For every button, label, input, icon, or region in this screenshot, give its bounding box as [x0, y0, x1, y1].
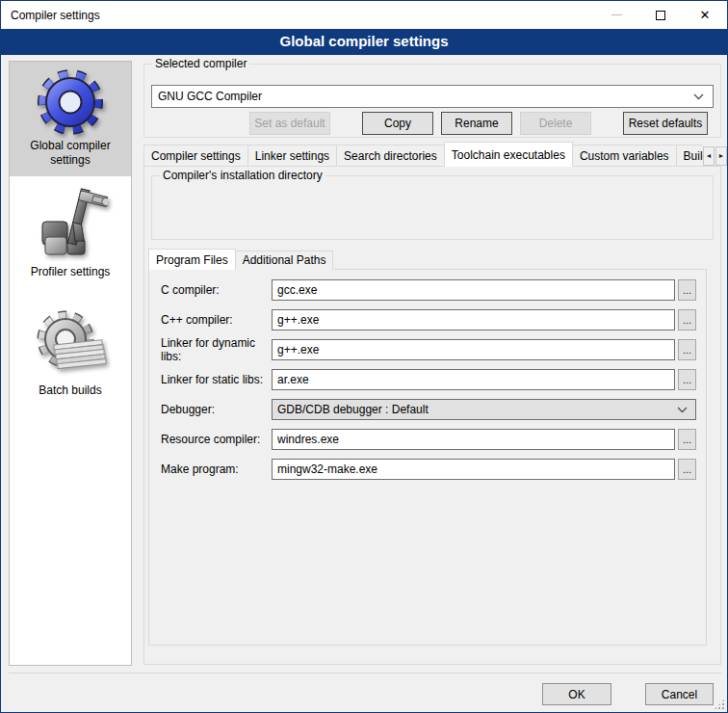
cpp-compiler-row: C++ compiler: ... — [161, 309, 696, 330]
resource-compiler-browse-button[interactable]: ... — [678, 429, 696, 450]
tab-additional-paths[interactable]: Additional Paths — [235, 251, 334, 270]
sidebar-item-profiler-settings[interactable]: Profiler settings — [10, 182, 131, 284]
group-label: Selected compiler — [152, 57, 249, 70]
tab-toolchain-executables[interactable]: Toolchain executables — [444, 142, 573, 167]
field-label: Make program: — [161, 462, 272, 476]
compiler-settings-dialog: Compiler settings ✕ Global compiler sett… — [0, 0, 728, 713]
debugger-select-value: GDB/CDB debugger : Default — [277, 403, 429, 416]
sidebar-item-batch-builds[interactable]: Batch builds — [10, 304, 131, 407]
resource-compiler-input[interactable] — [272, 429, 675, 450]
static-linker-browse-button[interactable]: ... — [678, 369, 696, 390]
cpp-compiler-input[interactable] — [272, 309, 675, 330]
debugger-row: Debugger: GDB/CDB debugger : Default — [161, 399, 696, 420]
cpp-compiler-browse-button[interactable]: ... — [678, 309, 696, 330]
sidebar-item-label: Global compiler settings — [10, 139, 131, 168]
compiler-select[interactable]: GNU GCC Compiler — [151, 85, 714, 108]
close-button[interactable]: ✕ — [683, 1, 727, 29]
static-linker-row: Linker for static libs: ... — [161, 369, 696, 390]
c-compiler-row: C compiler: ... — [161, 279, 696, 301]
field-label: Linker for static libs: — [161, 373, 272, 386]
tab-search-directories[interactable]: Search directories — [336, 145, 445, 167]
program-files-page: C compiler: ... C++ compiler: ... Linker… — [148, 269, 707, 646]
field-label: Debugger: — [161, 403, 272, 416]
tab-scroll-left-icon[interactable]: ◄ — [703, 146, 715, 166]
titlebar: Compiler settings ✕ — [1, 1, 727, 29]
field-label: Resource compiler: — [161, 433, 272, 446]
sidebar-item-global-compiler-settings[interactable]: Global compiler settings — [10, 62, 131, 176]
resource-compiler-row: Resource compiler: ... — [161, 429, 696, 450]
minimize-button[interactable] — [594, 1, 638, 29]
tab-compiler-settings[interactable]: Compiler settings — [143, 145, 248, 167]
window-title: Compiler settings — [1, 9, 100, 22]
ok-button[interactable]: OK — [542, 683, 611, 705]
field-label: C++ compiler: — [161, 313, 272, 327]
make-program-browse-button[interactable]: ... — [678, 459, 696, 480]
cancel-button[interactable]: Cancel — [645, 683, 714, 705]
sidebar-item-label: Profiler settings — [31, 265, 111, 279]
c-compiler-browse-button[interactable]: ... — [678, 279, 696, 301]
reset-defaults-button[interactable]: Reset defaults — [623, 112, 708, 135]
tab-scroll-right-icon[interactable]: ► — [715, 146, 727, 166]
chevron-down-icon — [677, 403, 688, 416]
set-as-default-button[interactable]: Set as default — [249, 112, 330, 135]
close-icon: ✕ — [700, 9, 711, 21]
maximize-button[interactable] — [638, 1, 683, 29]
compiler-buttons-row: Set as default Copy Rename Delete Reset … — [143, 112, 708, 135]
installation-directory-group: Compiler's installation directory — [151, 175, 714, 240]
compiler-select-value: GNU GCC Compiler — [158, 90, 262, 103]
make-program-row: Make program: ... — [161, 459, 696, 480]
field-label: C compiler: — [161, 283, 272, 297]
delete-button[interactable]: Delete — [520, 112, 591, 135]
sidebar-item-label: Batch builds — [39, 383, 101, 398]
footer-divider — [9, 673, 721, 673]
tab-build-options[interactable]: Build options — [676, 145, 703, 167]
tab-linker-settings[interactable]: Linker settings — [247, 145, 337, 167]
c-compiler-input[interactable] — [272, 279, 675, 301]
group-label: Compiler's installation directory — [160, 169, 325, 182]
field-label: Linker for dynamic libs: — [161, 336, 272, 363]
minimize-icon — [611, 14, 622, 15]
tab-custom-variables[interactable]: Custom variables — [572, 145, 677, 167]
chevron-down-icon — [693, 90, 704, 103]
rename-button[interactable]: Rename — [441, 112, 512, 135]
dynamic-linker-row: Linker for dynamic libs: ... — [161, 339, 696, 360]
settings-category-list: Global compiler settings — [9, 61, 132, 666]
tab-program-files[interactable]: Program Files — [148, 249, 236, 270]
settings-tabstrip: Compiler settings Linker settings Search… — [143, 142, 703, 167]
static-linker-input[interactable] — [272, 369, 675, 390]
copy-button[interactable]: Copy — [362, 112, 433, 135]
make-program-input[interactable] — [272, 459, 675, 480]
caliper-icon — [33, 182, 108, 265]
maximize-icon — [656, 11, 665, 20]
window-controls: ✕ — [594, 1, 727, 29]
dynamic-linker-input[interactable] — [272, 339, 675, 360]
dynamic-linker-browse-button[interactable]: ... — [678, 339, 696, 360]
page-title: Global compiler settings — [1, 29, 727, 55]
resize-grip[interactable] — [714, 699, 725, 710]
paths-tabstrip: Program Files Additional Paths — [148, 249, 332, 270]
debugger-select[interactable]: GDB/CDB debugger : Default — [272, 399, 696, 420]
gear-blue-icon — [36, 66, 105, 139]
gear-stack-icon — [33, 304, 108, 383]
